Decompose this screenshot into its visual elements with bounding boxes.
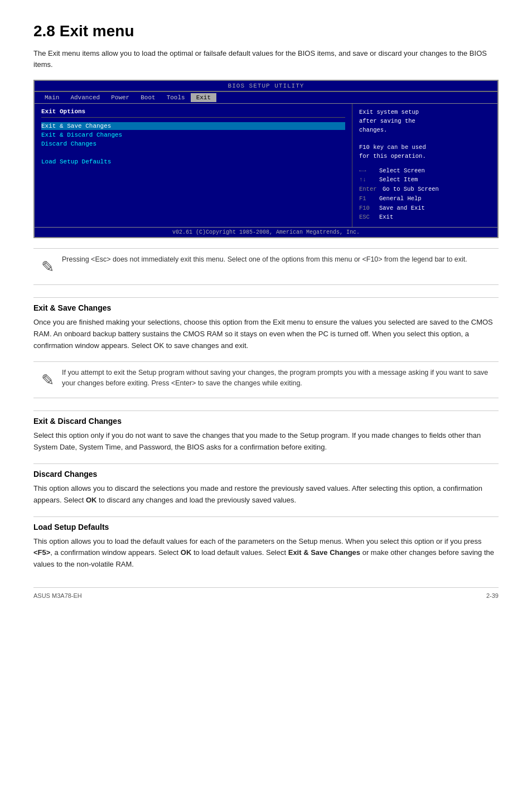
bios-legend-desc-f1: General Help: [379, 195, 422, 204]
bios-legend-key-f10: F10: [359, 204, 379, 213]
bios-divider: [41, 117, 345, 118]
bios-legend-esc: ESC Exit: [359, 213, 491, 222]
bios-right-panel: Exit system setup after saving the chang…: [352, 104, 497, 227]
footer-left: ASUS M3A78-EH: [33, 592, 82, 599]
bios-menu-boot: Boot: [135, 93, 161, 102]
footer-right: 2-39: [486, 592, 499, 599]
bios-menu-main: Main: [39, 93, 65, 102]
section-heading-discard: Discard Changes: [33, 470, 499, 479]
note-icon-1: ✎: [41, 255, 54, 279]
bios-screenshot: BIOS SETUP UTILITY Main Advanced Power B…: [33, 80, 499, 238]
bios-legend-key-f1: F1: [359, 195, 379, 204]
bios-menu-tools: Tools: [161, 93, 191, 102]
section-divider-1: [33, 297, 499, 298]
section-heading-exit-save: Exit & Save Changes: [33, 303, 499, 312]
bios-legend-desc-enter: Go to Sub Screen: [383, 185, 439, 194]
bios-legend: ←→ Select Screen ↑↓ Select Item Enter Go…: [359, 167, 491, 223]
bios-menu-power: Power: [105, 93, 135, 102]
page-title: 2.8 Exit menu: [33, 22, 499, 40]
bios-option-load-defaults: Load Setup Defaults: [41, 158, 345, 166]
section-divider-4: [33, 516, 499, 517]
bios-legend-key-ud: ↑↓: [359, 176, 379, 185]
bios-option-exit-save: Exit & Save Changes: [41, 122, 345, 130]
note-text-1: Pressing <Esc> does not immediately exit…: [62, 254, 467, 265]
section-text-exit-save: Once you are finished making your select…: [33, 317, 499, 351]
note-text-2: If you attempt to exit the Setup program…: [62, 368, 491, 389]
note-box-2: ✎ If you attempt to exit the Setup progr…: [33, 361, 499, 398]
section-divider-3: [33, 463, 499, 464]
bios-legend-key-lr: ←→: [359, 167, 379, 176]
bios-legend-desc-lr: Select Screen: [379, 167, 425, 176]
bios-menu-exit: Exit: [191, 93, 216, 102]
intro-text: The Exit menu items allow you to load th…: [33, 48, 499, 70]
bios-menu-advanced: Advanced: [65, 93, 105, 102]
bios-option-spacer: [41, 149, 345, 157]
bios-option-discard: Discard Changes: [41, 140, 345, 148]
bios-title: BIOS SETUP UTILITY: [39, 83, 493, 89]
bios-legend-key-esc: ESC: [359, 213, 379, 222]
bios-legend-key-enter: Enter: [359, 185, 383, 194]
bios-legend-enter: Enter Go to Sub Screen: [359, 185, 491, 194]
bios-content: Exit Options Exit & Save Changes Exit & …: [35, 104, 497, 227]
bios-option-exit-discard: Exit & Discard Changes: [41, 131, 345, 139]
bios-legend-desc-f10: Save and Exit: [379, 204, 425, 213]
section-heading-exit-discard: Exit & Discard Changes: [33, 417, 499, 426]
bios-legend-f1: F1 General Help: [359, 195, 491, 204]
note-icon-2: ✎: [41, 369, 54, 392]
section-heading-load-defaults: Load Setup Defaults: [33, 523, 499, 532]
section-text-exit-discard: Select this option only if you do not wa…: [33, 430, 499, 453]
section-divider-2: [33, 410, 499, 411]
bios-legend-arrows: ←→ Select Screen: [359, 167, 491, 176]
bios-legend-desc-esc: Exit: [379, 213, 393, 222]
note-box-1: ✎ Pressing <Esc> does not immediately ex…: [33, 248, 499, 285]
bios-legend-desc-ud: Select Item: [379, 176, 418, 185]
section-text-load-defaults: This option allows you to load the defau…: [33, 536, 499, 571]
bios-section-title: Exit Options: [41, 108, 345, 115]
bios-menu-bar: BIOS SETUP UTILITY: [35, 81, 497, 91]
bios-footer: v02.61 (C)Copyright 1985-2008, American …: [35, 227, 497, 237]
bios-menu-items-bar: Main Advanced Power Boot Tools Exit: [35, 91, 497, 104]
bios-left-panel: Exit Options Exit & Save Changes Exit & …: [35, 104, 352, 227]
bios-help-text: Exit system setup after saving the chang…: [359, 108, 491, 161]
section-text-discard: This option allows you to discard the se…: [33, 483, 499, 506]
page-footer: ASUS M3A78-EH 2-39: [33, 587, 499, 599]
bios-legend-f10: F10 Save and Exit: [359, 204, 491, 213]
bios-legend-ud: ↑↓ Select Item: [359, 176, 491, 185]
